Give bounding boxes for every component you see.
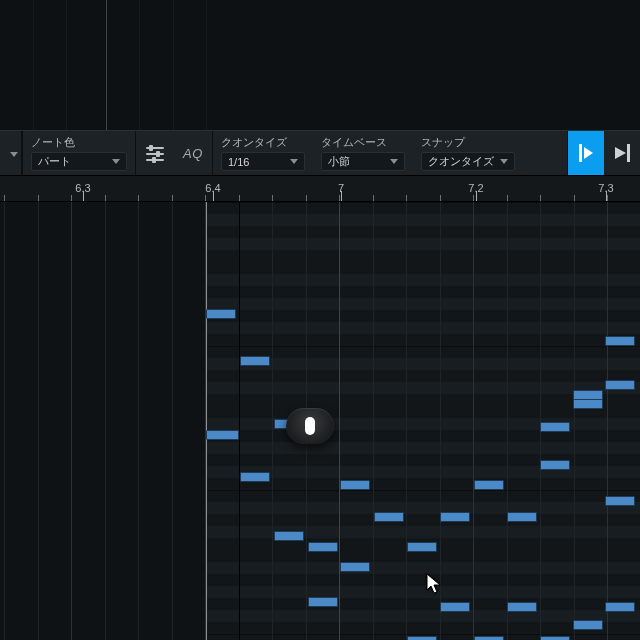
timebase-label: タイムベース <box>321 135 405 149</box>
mouse-pointer-icon <box>426 573 442 595</box>
cursor-bubble-icon <box>286 408 334 444</box>
toolbar: ノート色 パート AQ クオンタイズ 1/16 タ <box>0 130 640 176</box>
midi-note[interactable] <box>573 399 603 409</box>
midi-note[interactable] <box>605 602 635 612</box>
timebase-value: 小節 <box>328 154 350 169</box>
midi-note[interactable] <box>340 480 370 490</box>
chevron-down-icon <box>290 159 298 164</box>
snap-label: スナップ <box>421 135 515 149</box>
top-grid <box>0 0 640 130</box>
midi-note[interactable] <box>206 309 236 319</box>
midi-note[interactable] <box>240 356 270 366</box>
midi-note[interactable] <box>440 512 470 522</box>
midi-note[interactable] <box>407 542 437 552</box>
auto-quantize-button[interactable]: AQ <box>174 131 212 175</box>
app-root: ノート色 パート AQ クオンタイズ 1/16 タ <box>0 0 640 640</box>
midi-note[interactable] <box>274 531 304 541</box>
playhead[interactable] <box>239 202 240 640</box>
midi-note[interactable] <box>540 636 570 640</box>
chevron-down-icon <box>112 159 120 164</box>
midi-note[interactable] <box>605 336 635 346</box>
midi-note[interactable] <box>374 512 404 522</box>
quantize-group: クオンタイズ 1/16 <box>213 131 313 175</box>
note-color-group: ノート色 パート <box>23 131 135 175</box>
midi-note[interactable] <box>605 380 635 390</box>
toolbar-menu-dropdown[interactable] <box>0 131 22 177</box>
midi-note[interactable] <box>573 620 603 630</box>
timebase-select[interactable]: 小節 <box>321 152 405 171</box>
midi-note[interactable] <box>407 636 437 640</box>
midi-note[interactable] <box>308 597 338 607</box>
midi-note[interactable] <box>605 496 635 506</box>
quantize-select[interactable]: 1/16 <box>221 152 305 171</box>
snap-start-button[interactable] <box>568 131 604 175</box>
velocity-sliders-button[interactable] <box>136 131 174 175</box>
midi-note[interactable] <box>240 472 270 482</box>
timebase-group: タイムベース 小節 <box>313 131 413 175</box>
midi-note[interactable] <box>308 542 338 552</box>
midi-note[interactable] <box>474 480 504 490</box>
chevron-down-icon <box>10 152 18 157</box>
snap-end-button[interactable] <box>604 131 640 175</box>
midi-note[interactable] <box>507 602 537 612</box>
snap-value: クオンタイズ <box>428 154 494 169</box>
midi-note[interactable] <box>474 636 504 640</box>
note-color-value: パート <box>38 154 71 169</box>
midi-note[interactable] <box>206 430 239 440</box>
top-empty-area <box>0 0 640 130</box>
midi-note[interactable] <box>440 602 470 612</box>
sliders-icon <box>146 146 164 160</box>
snap-start-icon <box>579 144 593 162</box>
snap-end-icon <box>615 144 630 162</box>
timeline-ruler[interactable]: 6.36.477.27.3 <box>0 176 640 202</box>
clip-start-line <box>206 202 207 640</box>
chevron-down-icon <box>500 159 508 164</box>
note-color-label: ノート色 <box>31 135 127 149</box>
snap-select[interactable]: クオンタイズ <box>421 152 515 171</box>
quantize-label: クオンタイズ <box>221 135 305 149</box>
note-color-select[interactable]: パート <box>31 152 127 171</box>
midi-note[interactable] <box>507 512 537 522</box>
piano-roll[interactable] <box>0 202 640 640</box>
chevron-down-icon <box>390 159 398 164</box>
toolbar-right <box>567 131 640 175</box>
aq-icon: AQ <box>183 146 203 161</box>
midi-note[interactable] <box>540 422 570 432</box>
quantize-value: 1/16 <box>228 156 249 168</box>
midi-note[interactable] <box>540 460 570 470</box>
snap-group: スナップ クオンタイズ <box>413 131 523 175</box>
midi-note[interactable] <box>340 562 370 572</box>
